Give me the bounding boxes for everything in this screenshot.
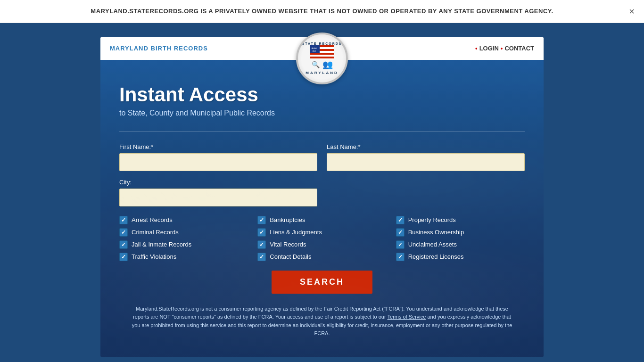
checkbox-icon[interactable] (119, 228, 128, 237)
last-name-input[interactable] (327, 153, 525, 171)
checkbox-icon[interactable] (396, 216, 405, 224)
checkbox-label: Vital Records (270, 241, 306, 248)
checkbox-label: Contact Details (270, 253, 311, 260)
terms-of-service-link[interactable]: Terms of Service (388, 314, 426, 320)
last-name-group: Last Name:* (327, 143, 525, 171)
checkbox-icon[interactable] (119, 216, 128, 224)
checkbox-grid: Arrest RecordsBankruptciesProperty Recor… (119, 216, 525, 261)
disclaimer: Maryland.StateRecords.org is not a consu… (119, 305, 525, 338)
logo-search-icon: 🔍 (312, 61, 320, 68)
checkbox-item: Traffic Violations (119, 253, 248, 261)
main-background: STATE RECORDS ★★★ ★★ (0, 23, 644, 362)
checkbox-item: Liens & Judgments (257, 228, 386, 237)
name-row: First Name:* Last Name:* (119, 143, 525, 171)
banner-text: MARYLAND.STATERECORDS.ORG IS A PRIVATELY… (91, 8, 553, 15)
checkbox-icon[interactable] (257, 228, 266, 237)
checkbox-label: Arrest Records (132, 216, 173, 223)
form-title: Instant Access (119, 83, 525, 106)
contact-dot: • (501, 45, 503, 52)
city-label: City: (119, 179, 317, 186)
first-name-input[interactable] (119, 153, 317, 171)
search-button[interactable]: SEARCH (272, 271, 372, 294)
checkbox-item: Vital Records (257, 240, 386, 249)
checkbox-label: Registered Licenses (408, 253, 464, 260)
checkbox-item: Jail & Inmate Records (119, 240, 248, 249)
checkbox-icon[interactable] (257, 253, 266, 261)
login-dot: • (475, 45, 478, 52)
last-name-label: Last Name:* (327, 143, 525, 150)
checkbox-item: Property Records (396, 216, 525, 224)
logo-people-icon: 👥 (322, 59, 333, 70)
checkbox-icon[interactable] (396, 240, 405, 249)
checkbox-item: Contact Details (257, 253, 386, 261)
city-group: City: (119, 179, 317, 206)
checkbox-icon[interactable] (119, 253, 128, 261)
checkbox-label: Traffic Violations (132, 253, 176, 260)
search-button-row: SEARCH (119, 271, 525, 294)
checkbox-label: Jail & Inmate Records (132, 241, 191, 248)
logo-top-text: STATE RECORDS (302, 42, 342, 45)
checkbox-icon[interactable] (257, 216, 266, 224)
checkbox-item: Registered Licenses (396, 253, 525, 261)
logo-icons-row: 🔍 👥 (312, 59, 333, 70)
checkbox-label: Unclaimed Assets (408, 241, 457, 248)
checkbox-item: Bankruptcies (257, 216, 386, 224)
checkbox-item: Unclaimed Assets (396, 240, 525, 249)
banner-close-button[interactable]: × (629, 6, 635, 16)
checkbox-label: Liens & Judgments (270, 229, 322, 236)
first-name-label: First Name:* (119, 143, 317, 150)
first-name-group: First Name:* (119, 143, 317, 171)
checkbox-label: Business Ownership (408, 229, 464, 236)
city-row: City: (119, 179, 525, 206)
city-input[interactable] (119, 189, 317, 206)
nav-title: MARYLAND BIRTH RECORDS (110, 45, 208, 52)
nav-links: • LOGIN • CONTACT (475, 45, 534, 52)
checkbox-icon[interactable] (119, 240, 128, 249)
form-subtitle: to State, County and Municipal Public Re… (119, 109, 525, 117)
main-card: STATE RECORDS ★★★ ★★ (100, 37, 544, 357)
logo-container: STATE RECORDS ★★★ ★★ (296, 33, 348, 84)
login-link[interactable]: LOGIN (479, 45, 499, 52)
checkbox-item: Business Ownership (396, 228, 525, 237)
top-banner: MARYLAND.STATERECORDS.ORG IS A PRIVATELY… (0, 0, 644, 23)
checkbox-icon[interactable] (396, 228, 405, 237)
checkbox-label: Criminal Records (132, 229, 179, 236)
logo-bottom-text: MARYLAND (305, 71, 338, 75)
form-divider (119, 132, 525, 132)
svg-text:★★: ★★ (312, 49, 316, 52)
checkbox-item: Criminal Records (119, 228, 248, 237)
flag-icon: ★★★ ★★ (310, 45, 334, 59)
checkbox-item: Arrest Records (119, 216, 248, 224)
checkbox-label: Bankruptcies (270, 216, 305, 223)
form-panel: Instant Access to State, County and Muni… (100, 60, 544, 357)
site-logo: STATE RECORDS ★★★ ★★ (296, 33, 348, 84)
logo-inner: STATE RECORDS ★★★ ★★ (298, 34, 346, 82)
checkbox-icon[interactable] (257, 240, 266, 249)
checkbox-label: Property Records (408, 216, 456, 223)
contact-link[interactable]: CONTACT (504, 45, 534, 52)
checkbox-icon[interactable] (396, 253, 405, 261)
svg-rect-3 (310, 55, 334, 57)
